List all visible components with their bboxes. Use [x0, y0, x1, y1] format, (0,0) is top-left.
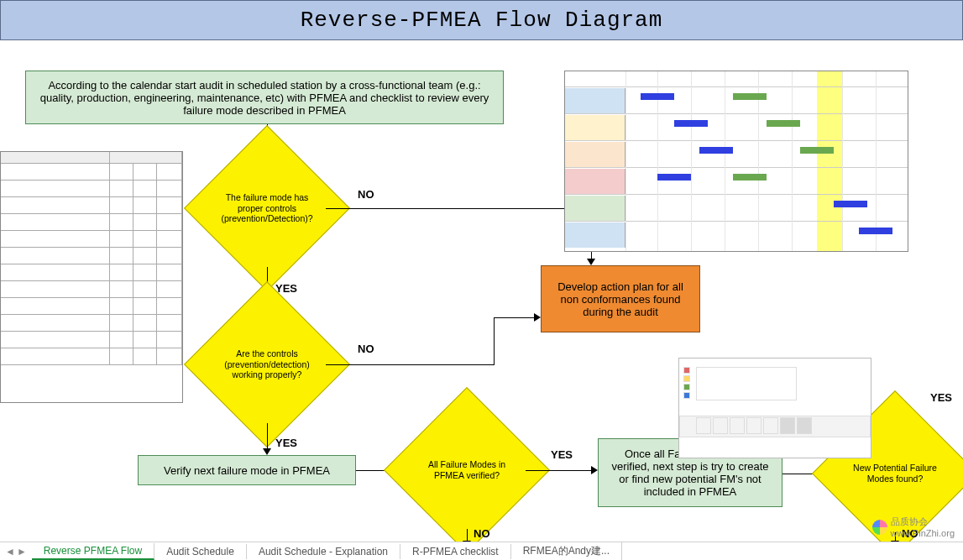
tab-reverse-pfmea-flow[interactable]: Reverse PFMEA Flow	[32, 543, 154, 560]
label-yes: YES	[930, 391, 952, 404]
page-title: Reverse-PFMEA Flow Diagram	[301, 8, 663, 33]
connector	[494, 317, 495, 365]
page-header: Reverse-PFMEA Flow Diagram	[0, 0, 963, 40]
tab-prev-icon[interactable]: ◄	[5, 546, 15, 557]
arrow-head-icon	[534, 313, 541, 322]
sheet-tabs: ◄ ► Reverse PFMEA Flow Audit Schedule Au…	[0, 542, 963, 560]
arrow-head-icon	[587, 259, 595, 265]
tab-rfmea-andy[interactable]: RFMEA的Andy建...	[511, 542, 622, 560]
label-no: NO	[358, 188, 374, 201]
watermark-text-2: www.PinZhi.org	[891, 528, 955, 538]
verify-node: Verify next failure mode in PFMEA	[138, 455, 356, 485]
watermark-logo-icon	[872, 520, 887, 535]
decision-new-fm-text: New Potential Failure Modes found?	[853, 463, 937, 484]
arrow-head-icon	[263, 448, 271, 455]
label-yes: YES	[275, 437, 297, 449]
decision-working-text: Are the controls (prevention/detection) …	[224, 348, 310, 380]
action-plan-text: Develop action plan for all non conforma…	[550, 280, 691, 318]
decision-working: Are the controls (prevention/detection) …	[208, 306, 326, 423]
decision-all-verified: All Failure Modes in PFMEA verified?	[408, 411, 526, 529]
label-no: NO	[358, 343, 374, 355]
diagram-canvas: According to the calendar start audit in…	[0, 40, 963, 542]
decision-controls: The failure mode has proper controls (pr…	[208, 149, 326, 267]
connector	[326, 208, 591, 209]
decision-all-verified-text: All Failure Modes in PFMEA verified?	[425, 459, 509, 480]
tab-next-icon[interactable]: ►	[17, 546, 27, 557]
watermark: 品质协会 www.PinZhi.org	[872, 516, 955, 538]
arrow-head-icon	[591, 466, 598, 474]
label-no: NO	[474, 527, 490, 540]
start-node-text: According to the calendar start audit in…	[34, 79, 495, 117]
connector	[267, 423, 268, 450]
label-yes: YES	[551, 448, 573, 461]
connector	[326, 364, 494, 365]
tab-scroll-controls[interactable]: ◄ ►	[0, 546, 32, 557]
connector	[494, 317, 536, 318]
connector	[526, 470, 593, 471]
action-plan-node: Develop action plan for all non conforma…	[541, 265, 700, 332]
thumbnail-spreadsheet	[678, 358, 871, 458]
tab-audit-schedule[interactable]: Audit Schedule	[154, 544, 247, 559]
tab-r-pfmea-checklist[interactable]: R-PFMEA checklist	[400, 544, 511, 559]
start-node: According to the calendar start audit in…	[25, 71, 504, 124]
thumbnail-gantt	[564, 71, 908, 252]
decision-controls-text: The failure mode has proper controls (pr…	[221, 192, 312, 224]
tab-audit-schedule-explanation[interactable]: Audit Schedule - Explanation	[247, 544, 400, 559]
verify-text: Verify next failure mode in PFMEA	[164, 464, 330, 477]
thumbnail-checklist	[0, 151, 183, 403]
watermark-text-1: 品质协会	[891, 516, 955, 528]
